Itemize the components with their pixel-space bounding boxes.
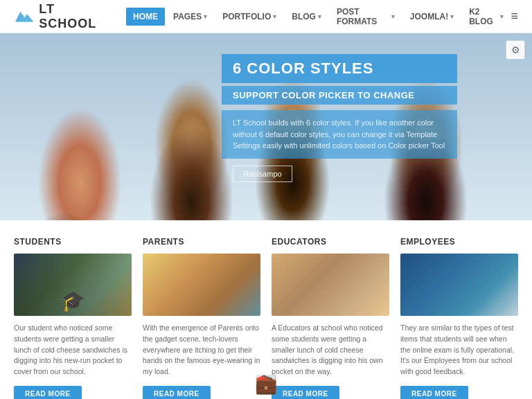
cards-grid: STUDENTS Our student who noticed some st…: [14, 237, 518, 399]
logo-icon: [14, 8, 35, 25]
nav-post-formats[interactable]: POST FORMATS ▾: [330, 3, 402, 30]
chevron-down-icon: ▾: [273, 13, 276, 20]
header: LT SCHOOL HOME PAGES ▾ PORTFOLIO ▾ BLOG …: [0, 0, 532, 33]
chevron-down-icon: ▾: [318, 13, 321, 20]
read-more-parents[interactable]: READ MORE: [143, 386, 211, 399]
card-text-parents: With the emergence of Parents onto the g…: [143, 323, 260, 378]
header-right: ≡: [511, 9, 518, 24]
hero-section: ⚙ 6 COLOR STYLES SUPPORT COLOR PICKER TO…: [0, 33, 532, 220]
cards-section: STUDENTS Our student who noticed some st…: [0, 220, 532, 399]
nav-home[interactable]: HOME: [126, 8, 165, 26]
card-employees: EMPLOYEES They are similar to the types …: [400, 237, 518, 399]
hero-title: 6 COLOR STYLES: [233, 60, 446, 78]
card-image-educators: [272, 254, 389, 316]
card-text-students: Our student who noticed some students we…: [14, 323, 132, 378]
nav-joomla[interactable]: JOOMLA! ▾: [403, 8, 461, 26]
hero-subtitle: SUPPORT COLOR PICKER TO CHANGE: [233, 90, 446, 100]
chevron-down-icon: ▾: [450, 13, 454, 20]
hero-button[interactable]: Ronisampo: [233, 166, 292, 182]
card-title-educators: EDUCATORS: [272, 237, 389, 247]
card-title-employees: EMPLOYEES: [400, 237, 518, 247]
nav-portfolio[interactable]: PORTFOLIO ▾: [215, 8, 283, 26]
card-text-educators: A Educators at school who noticed some s…: [272, 323, 389, 378]
chevron-down-icon: ▾: [500, 13, 504, 20]
chevron-down-icon: ▾: [391, 13, 395, 20]
card-image-employees: [400, 254, 518, 316]
card-parents: PARENTS With the emergence of Parents on…: [143, 237, 260, 399]
logo-text: LT SCHOOL: [39, 2, 112, 31]
nav-pages[interactable]: PAGES ▾: [166, 8, 214, 26]
card-educators: EDUCATORS A Educators at school who noti…: [272, 237, 389, 399]
card-title-parents: PARENTS: [143, 237, 260, 247]
hero-description: LT School builds with 6 color styles. If…: [233, 117, 446, 152]
nav-k2blog[interactable]: K2 BLOG ▾: [462, 3, 511, 30]
chevron-down-icon: ▾: [204, 13, 207, 20]
card-image-students: [14, 254, 132, 316]
read-more-educators[interactable]: READ MORE: [272, 386, 339, 399]
main-nav: HOME PAGES ▾ PORTFOLIO ▾ BLOG ▾ POST FOR…: [126, 3, 511, 30]
card-title-students: STUDENTS: [14, 237, 132, 247]
nav-blog[interactable]: BLOG ▾: [285, 8, 328, 26]
hero-description-box: LT School builds with 6 color styles. If…: [222, 110, 457, 159]
hero-content: 6 COLOR STYLES SUPPORT COLOR PICKER TO C…: [222, 54, 457, 182]
card-image-parents: [143, 254, 260, 316]
hamburger-icon[interactable]: ≡: [511, 9, 518, 24]
read-more-employees[interactable]: READ MORE: [400, 386, 468, 399]
card-students: STUDENTS Our student who noticed some st…: [14, 237, 132, 399]
hero-title-box: 6 COLOR STYLES: [222, 54, 457, 83]
logo[interactable]: LT SCHOOL: [14, 2, 112, 31]
hero-subtitle-box: SUPPORT COLOR PICKER TO CHANGE: [222, 86, 457, 105]
read-more-students[interactable]: READ MORE: [14, 386, 82, 399]
gear-icon: ⚙: [511, 44, 520, 55]
card-text-employees: They are similar to the types of test it…: [400, 323, 518, 378]
settings-button[interactable]: ⚙: [506, 40, 525, 60]
